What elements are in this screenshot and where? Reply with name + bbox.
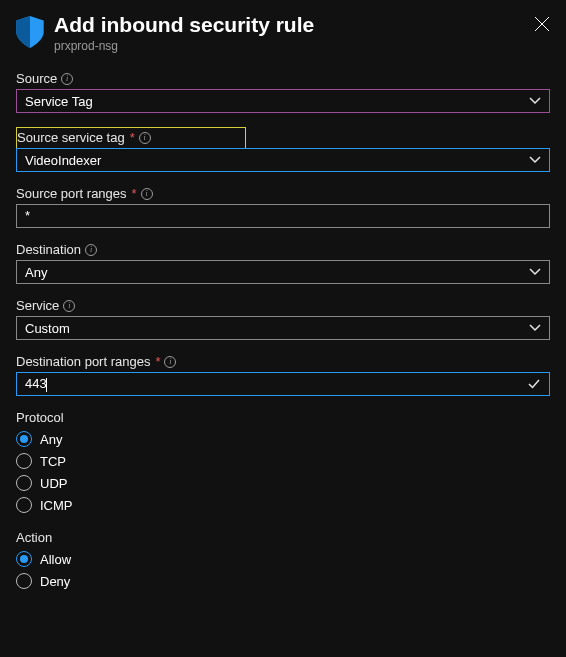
info-icon[interactable]: i: [164, 356, 176, 368]
radio-icon: [16, 453, 32, 469]
shield-icon: [16, 16, 44, 48]
radio-icon: [16, 431, 32, 447]
source-port-ranges-field: Source port ranges * i *: [16, 186, 550, 228]
destination-value: Any: [25, 265, 47, 280]
destination-label: Destination: [16, 242, 81, 257]
radio-label: UDP: [40, 476, 67, 491]
info-icon[interactable]: i: [63, 300, 75, 312]
close-icon[interactable]: [534, 16, 550, 32]
source-port-ranges-label: Source port ranges: [16, 186, 127, 201]
action-label: Action: [16, 530, 550, 545]
source-port-ranges-value: *: [25, 208, 30, 223]
protocol-field: Protocol Any TCP UDP ICMP: [16, 410, 550, 516]
protocol-option-any[interactable]: Any: [16, 428, 550, 450]
chevron-down-icon: [529, 266, 541, 278]
radio-icon: [16, 497, 32, 513]
action-radio-group: Allow Deny: [16, 548, 550, 592]
add-inbound-rule-panel: Add inbound security rule prxprod-nsg So…: [0, 0, 566, 604]
chevron-down-icon: [529, 154, 541, 166]
source-service-tag-label: Source service tag: [17, 130, 125, 145]
service-select[interactable]: Custom: [16, 316, 550, 340]
panel-header: Add inbound security rule prxprod-nsg: [16, 12, 550, 53]
source-field: Source i Service Tag: [16, 71, 550, 113]
source-service-tag-select[interactable]: VideoIndexer: [16, 148, 550, 172]
radio-icon: [16, 475, 32, 491]
protocol-radio-group: Any TCP UDP ICMP: [16, 428, 550, 516]
panel-title: Add inbound security rule: [54, 12, 524, 37]
protocol-option-icmp[interactable]: ICMP: [16, 494, 550, 516]
destination-port-ranges-label: Destination port ranges: [16, 354, 150, 369]
source-port-ranges-input[interactable]: *: [16, 204, 550, 228]
service-field: Service i Custom: [16, 298, 550, 340]
service-label: Service: [16, 298, 59, 313]
info-icon[interactable]: i: [61, 73, 73, 85]
check-icon: [527, 377, 541, 391]
source-label: Source: [16, 71, 57, 86]
protocol-option-tcp[interactable]: TCP: [16, 450, 550, 472]
destination-port-ranges-input[interactable]: 443: [16, 372, 550, 396]
source-select[interactable]: Service Tag: [16, 89, 550, 113]
protocol-label: Protocol: [16, 410, 550, 425]
radio-icon: [16, 573, 32, 589]
destination-field: Destination i Any: [16, 242, 550, 284]
destination-port-ranges-field: Destination port ranges * i 443: [16, 354, 550, 396]
required-asterisk: *: [130, 130, 135, 145]
source-service-tag-value: VideoIndexer: [25, 153, 101, 168]
radio-label: Allow: [40, 552, 71, 567]
action-option-deny[interactable]: Deny: [16, 570, 550, 592]
service-value: Custom: [25, 321, 70, 336]
chevron-down-icon: [529, 95, 541, 107]
radio-label: ICMP: [40, 498, 73, 513]
destination-select[interactable]: Any: [16, 260, 550, 284]
radio-label: Deny: [40, 574, 70, 589]
radio-label: Any: [40, 432, 62, 447]
action-option-allow[interactable]: Allow: [16, 548, 550, 570]
panel-subtitle: prxprod-nsg: [54, 39, 524, 53]
source-service-tag-field: Source service tag * i VideoIndexer: [16, 127, 550, 172]
required-asterisk: *: [132, 186, 137, 201]
source-value: Service Tag: [25, 94, 93, 109]
destination-port-ranges-value: 443: [25, 376, 47, 391]
action-field: Action Allow Deny: [16, 530, 550, 592]
text-caret: [46, 378, 47, 392]
protocol-option-udp[interactable]: UDP: [16, 472, 550, 494]
radio-icon: [16, 551, 32, 567]
info-icon[interactable]: i: [85, 244, 97, 256]
info-icon[interactable]: i: [141, 188, 153, 200]
highlight-box: Source service tag * i: [16, 127, 246, 149]
required-asterisk: *: [155, 354, 160, 369]
chevron-down-icon: [529, 322, 541, 334]
info-icon[interactable]: i: [139, 132, 151, 144]
radio-label: TCP: [40, 454, 66, 469]
